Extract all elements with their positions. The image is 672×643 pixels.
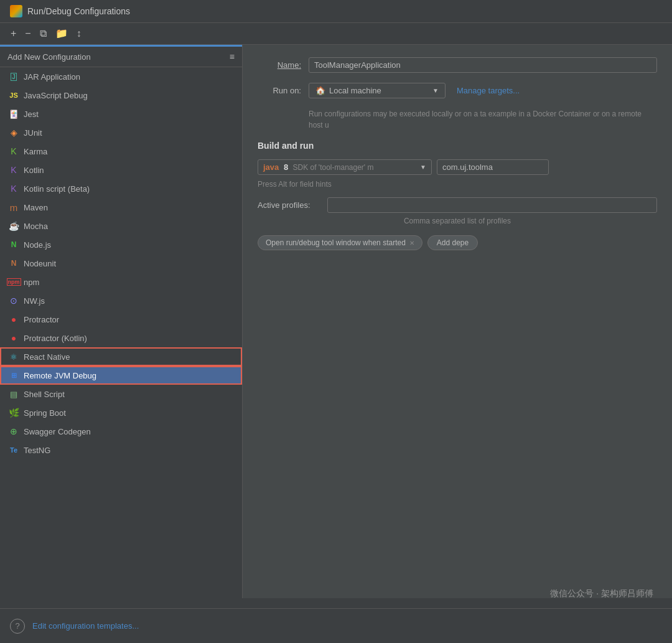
list-item-label: Protractor [24,315,233,324]
list-item-nwjs[interactable]: ⊙ NW.js [0,291,242,310]
sdk-version-label: 8 [281,162,288,172]
main-layout: Add New Configuration ≡ J JAR Applicatio… [0,45,672,598]
name-input[interactable] [309,57,657,73]
title-bar: Run/Debug Configurations [0,0,672,23]
run-on-controls: 🏠 Local machine ▼ Manage targets... [309,83,520,98]
list-item-label: TestNG [24,446,233,455]
profiles-input[interactable] [327,197,657,213]
add-config-button[interactable]: + [7,27,19,40]
maven-icon: m [9,202,19,212]
class-dropdown[interactable]: com.uj.toolma [437,159,549,175]
watermark: 微信公众号 · 架构师吕师傅 [550,588,653,599]
list-item-spring-boot[interactable]: 🌿 Spring Boot [0,403,242,422]
run-on-description: Run configurations may be executed local… [309,108,657,131]
list-item-label: Nodeunit [24,259,233,268]
list-item-label: Node.js [24,240,233,250]
help-button[interactable]: ? [10,619,25,634]
hint-text: Press Alt for field hints [258,180,657,189]
list-item-protractor-kotlin[interactable]: ● Protractor (Kotlin) [0,329,242,347]
app-icon [10,5,22,17]
kotlin-script-icon: K [9,184,19,194]
folder-button[interactable]: 📁 [52,27,71,40]
sdk-arrow-icon: ▼ [420,164,426,171]
shell-icon: ▤ [9,389,19,399]
list-item-mocha[interactable]: ☕ Mocha [0,217,242,235]
sdk-java-label: java [263,162,279,172]
list-item-label: Protractor (Kotlin) [24,334,233,343]
list-item-label: npm [24,278,233,287]
list-item-kotlin-script[interactable]: K Kotlin script (Beta) [0,179,242,198]
list-item-label: Shell Script [24,390,233,399]
npm-icon: npm [9,277,19,287]
edit-templates-link[interactable]: Edit configuration templates... [32,621,139,631]
active-profiles-row: Active profiles: [258,197,657,213]
list-item-testng[interactable]: Te TestNG [0,441,242,459]
add-config-label: Add New Configuration [7,52,91,62]
list-item-label: Kotlin script (Beta) [24,184,233,194]
manage-targets-link[interactable]: Manage targets... [457,86,520,95]
list-item-jar[interactable]: J JAR Application [0,67,242,86]
name-row: Name: [258,57,657,73]
list-item-shell[interactable]: ▤ Shell Script [0,385,242,403]
list-item-kotlin[interactable]: K Kotlin [0,161,242,179]
settings-icon[interactable]: ≡ [230,52,235,62]
list-item-label: Maven [24,203,233,212]
list-item-junit[interactable]: ◈ JUnit [0,123,242,142]
left-panel: Add New Configuration ≡ J JAR Applicatio… [0,45,243,598]
list-item-nodejs[interactable]: N Node.js [0,235,242,254]
react-native-icon: ⚛ [9,352,19,362]
nwjs-icon: ⊙ [9,296,19,306]
toolbar: + − ⧉ 📁 ↕ [0,23,672,45]
protractor-icon: ● [9,314,19,324]
list-item-label: Remote JVM Debug [24,371,233,380]
list-item-label: Jest [24,110,233,119]
list-item-npm[interactable]: npm npm [0,273,242,291]
add-dep-tag[interactable]: Add depe [427,235,478,250]
protractor-kotlin-icon: ● [9,333,19,343]
swagger-icon: ⊕ [9,426,19,436]
right-panel-content: Name: Run on: 🏠 Local machine ▼ Manage t… [243,45,672,263]
nodeunit-icon: N [9,258,19,268]
comma-hint: Comma separated list of profiles [258,217,657,225]
junit-icon: ◈ [9,128,19,138]
list-item-js-debug[interactable]: JS JavaScript Debug [0,86,242,105]
remove-config-button[interactable]: − [22,27,34,40]
run-on-dropdown[interactable]: 🏠 Local machine ▼ [309,83,446,98]
sort-button[interactable]: ↕ [73,27,85,40]
kotlin-icon: K [9,165,19,175]
bottom-bar: ? Edit configuration templates... [0,608,672,643]
copy-config-button[interactable]: ⧉ [37,27,50,40]
list-item-react-native[interactable]: ⚛ React Native [0,347,242,366]
class-value-label: com.uj.toolma [442,162,493,172]
spring-boot-icon: 🌿 [9,408,19,418]
list-item-nodeunit[interactable]: N Nodeunit [0,254,242,273]
name-field-container [309,57,657,73]
tags-row: Open run/debug tool window when started … [258,235,657,250]
jar-icon: J [9,72,19,82]
run-on-row: Run on: 🏠 Local machine ▼ Manage targets… [258,83,657,98]
open-window-label: Open run/debug tool window when started [266,238,406,247]
list-item-swagger[interactable]: ⊕ Swagger Codegen [0,422,242,441]
tag-close-icon[interactable]: ✕ [409,240,414,246]
sdk-dropdown[interactable]: java 8 SDK of 'tool-manager' m ▼ [258,159,432,175]
list-item-maven[interactable]: m Maven [0,198,242,217]
config-type-list: J JAR Application JS JavaScript Debug 🃏 … [0,67,242,598]
build-run-title: Build and run [258,141,657,151]
list-item-remote-jvm[interactable]: ⊞ Remote JVM Debug [0,366,242,385]
open-window-tag[interactable]: Open run/debug tool window when started … [258,235,422,250]
list-item-label: Kotlin [24,166,233,175]
testng-icon: Te [9,445,19,455]
list-item-label: JUnit [24,128,233,138]
dropdown-arrow-icon: ▼ [432,87,439,94]
left-panel-header: Add New Configuration ≡ [0,47,242,67]
js-debug-icon: JS [9,90,19,100]
build-run-row: java 8 SDK of 'tool-manager' m ▼ com.uj.… [258,159,657,175]
jest-icon: 🃏 [9,109,19,119]
dialog-title: Run/Debug Configurations [27,6,130,16]
list-item-jest[interactable]: 🃏 Jest [0,105,242,123]
list-item-label: React Native [24,352,233,362]
karma-icon: K [9,146,19,156]
list-item-label: NW.js [24,296,233,306]
list-item-karma[interactable]: K Karma [0,142,242,161]
list-item-protractor[interactable]: ● Protractor [0,310,242,329]
